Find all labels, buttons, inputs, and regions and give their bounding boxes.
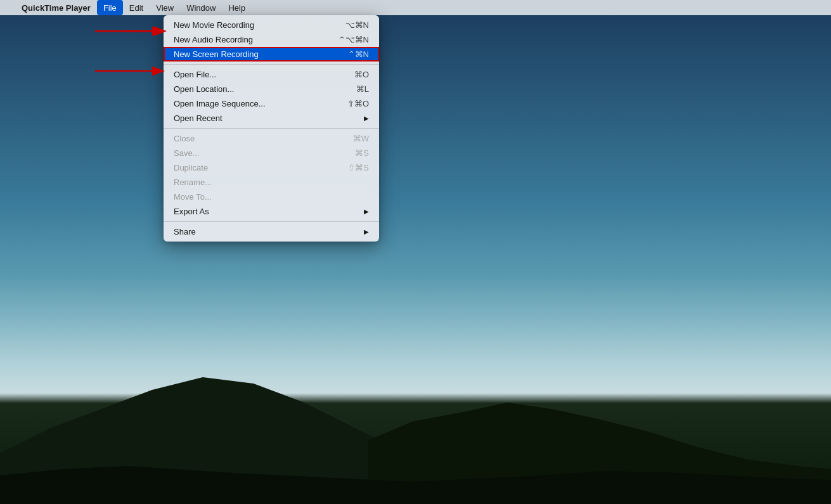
menu-item-share[interactable]: Share ▶ [164, 224, 379, 239]
menu-item-close: Close ⌘W [164, 131, 379, 146]
menu-item-open-location[interactable]: Open Location... ⌘L [164, 82, 379, 96]
menubar: QuickTime Player File Edit View Window H… [0, 0, 831, 15]
menu-separator-3 [164, 221, 379, 222]
menu-separator-1 [164, 64, 379, 65]
mountain-silhouette [0, 314, 831, 504]
menu-item-move-to: Move To... [164, 190, 379, 204]
menu-item-open-recent[interactable]: Open Recent ▶ [164, 111, 379, 126]
menubar-edit[interactable]: Edit [123, 0, 150, 15]
menu-item-duplicate: Duplicate ⇧⌘S [164, 160, 379, 175]
open-recent-arrow: ▶ [364, 115, 369, 122]
menubar-help[interactable]: Help [222, 0, 252, 15]
file-dropdown-menu: New Movie Recording ⌥⌘N New Audio Record… [164, 15, 379, 242]
menubar-quicktime[interactable]: QuickTime Player [15, 0, 97, 15]
menu-item-new-screen-recording[interactable]: New Screen Recording ⌃⌘N [164, 47, 379, 61]
export-as-arrow: ▶ [364, 208, 369, 215]
apple-menu[interactable] [5, 0, 15, 15]
menu-item-new-movie-recording[interactable]: New Movie Recording ⌥⌘N [164, 18, 379, 32]
menu-item-rename: Rename... [164, 175, 379, 190]
menu-item-open-file[interactable]: Open File... ⌘O [164, 67, 379, 82]
menubar-window[interactable]: Window [180, 0, 222, 15]
menubar-view[interactable]: View [150, 0, 180, 15]
menu-item-save: Save... ⌘S [164, 146, 379, 160]
menu-item-open-image-sequence[interactable]: Open Image Sequence... ⇧⌘O [164, 96, 379, 111]
menu-item-export-as[interactable]: Export As ▶ [164, 204, 379, 219]
share-arrow: ▶ [364, 228, 369, 235]
menu-item-new-audio-recording[interactable]: New Audio Recording ⌃⌥⌘N [164, 32, 379, 47]
menubar-file[interactable]: File [97, 0, 123, 15]
menu-separator-2 [164, 128, 379, 129]
